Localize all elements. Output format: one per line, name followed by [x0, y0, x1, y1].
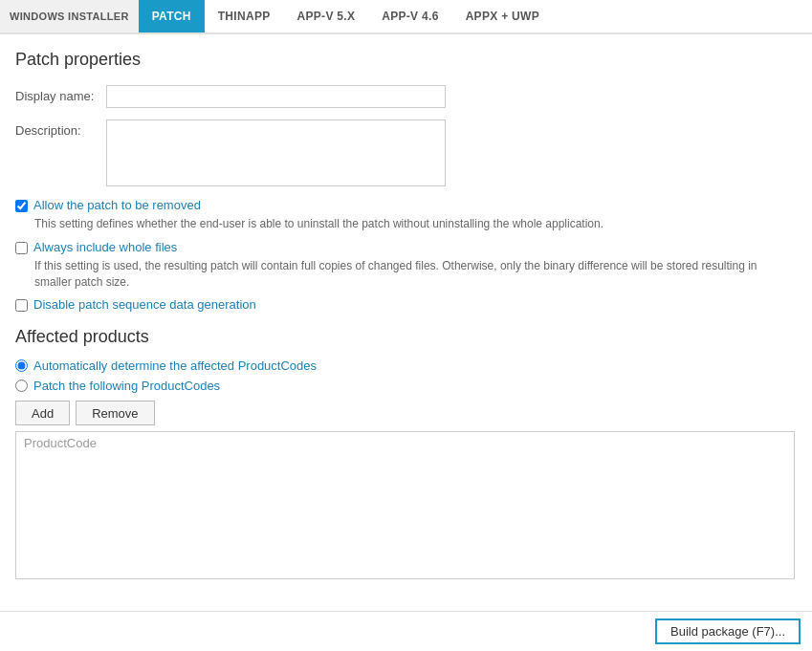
remove-button[interactable]: Remove [76, 401, 154, 425]
auto-radio-row: Automatically determine the affected Pro… [15, 358, 797, 373]
include-whole-files-label[interactable]: Always include whole files [33, 240, 177, 254]
manual-radio-row: Patch the following ProductCodes [15, 379, 797, 393]
allow-remove-checkbox[interactable] [15, 200, 28, 212]
display-name-label: Display name: [15, 85, 106, 103]
allow-remove-row: Allow the patch to be removed [15, 198, 797, 212]
main-content: Patch properties Display name: Descripti… [0, 34, 812, 611]
tab-thinapp[interactable]: THINAPP [205, 0, 284, 33]
display-name-input[interactable] [106, 85, 446, 108]
description-label: Description: [15, 119, 106, 138]
build-package-button[interactable]: Build package (F7)... [655, 618, 801, 644]
disable-sequence-row: Disable patch sequence data generation [15, 297, 797, 312]
auto-radio-label[interactable]: Automatically determine the affected Pro… [33, 358, 317, 373]
allow-remove-label[interactable]: Allow the patch to be removed [33, 198, 201, 212]
product-code-column-header: ProductCode [16, 432, 794, 454]
bottom-bar: Build package (F7)... [0, 611, 812, 651]
display-name-row: Display name: [15, 85, 797, 108]
include-whole-files-row: Always include whole files [15, 240, 797, 254]
affected-products-title: Affected products [15, 327, 797, 347]
auto-radio[interactable] [15, 359, 28, 372]
disable-sequence-label[interactable]: Disable patch sequence data generation [33, 297, 256, 312]
description-input[interactable] [106, 119, 446, 186]
tab-appv5[interactable]: APP-V 5.X [284, 0, 369, 33]
include-whole-files-checkbox[interactable] [15, 242, 28, 254]
disable-sequence-checkbox[interactable] [15, 299, 28, 312]
manual-radio[interactable] [15, 380, 28, 392]
tab-appv46[interactable]: APP-V 4.6 [368, 0, 451, 33]
patch-properties-title: Patch properties [15, 50, 797, 70]
product-code-buttons: Add Remove [15, 401, 797, 425]
description-row: Description: [15, 119, 797, 186]
tab-patch[interactable]: PATCH [139, 0, 205, 33]
tab-appx[interactable]: APPX + UWP [452, 0, 553, 33]
add-button[interactable]: Add [15, 401, 70, 425]
product-code-table[interactable]: ProductCode [15, 431, 795, 579]
tab-windows-installer[interactable]: WINDOWS INSTALLER [0, 0, 139, 33]
tab-bar: WINDOWS INSTALLER PATCH THINAPP APP-V 5.… [0, 0, 812, 34]
manual-radio-label[interactable]: Patch the following ProductCodes [33, 379, 220, 393]
include-whole-files-desc: If this setting is used, the resulting p… [34, 258, 797, 291]
allow-remove-desc: This setting defines whether the end-use… [34, 216, 797, 232]
